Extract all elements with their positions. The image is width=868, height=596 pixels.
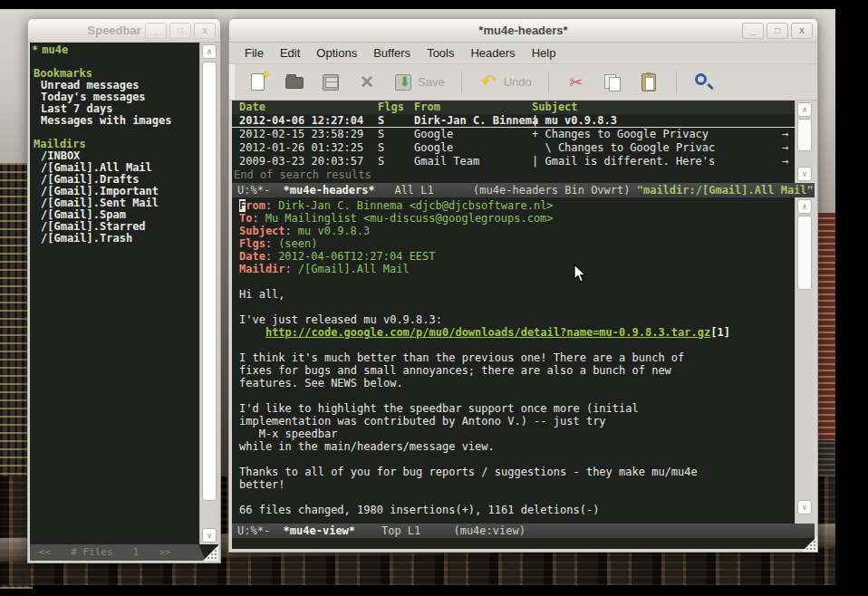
toolbar-separator [548, 72, 549, 93]
file-cabinet-icon [320, 72, 342, 93]
scroll-up-icon[interactable]: ∧ [797, 199, 812, 214]
headers-scrollbar-thumb[interactable] [797, 119, 812, 151]
speedbar-prev-button[interactable]: << [39, 544, 51, 561]
speedbar-files-label: # Files [71, 544, 112, 561]
message-row[interactable]: 2012-02-15 23:58:29 S Google + Changes t… [232, 128, 815, 141]
scroll-up-icon[interactable]: ∧ [202, 44, 217, 59]
undo-label: Undo [504, 75, 532, 89]
menu-tools[interactable]: Tools [419, 43, 462, 62]
tool-bar: ✦ ✕ ⬇Save ↶Undo ✂ [229, 64, 817, 101]
menu-bar: File Edit Options Buffers Tools Headers … [229, 43, 817, 64]
modeline-buffer-name: *mu4e-view* [284, 524, 355, 537]
column-date[interactable]: Date [239, 101, 378, 114]
download-link[interactable]: http://code.google.com/p/mu0/downloads/d… [265, 326, 710, 339]
column-flags[interactable]: Flgs [378, 101, 414, 114]
speedbar-resize-grip[interactable] [203, 545, 218, 561]
speedbar-files-count: 1 [133, 544, 140, 561]
mu4e-headers-pane: Date Flgs From Subject 2012-04-06 12:27:… [232, 101, 815, 183]
view-scrollbar[interactable]: ∧ ∨ [795, 197, 815, 524]
menu-headers[interactable]: Headers [462, 43, 523, 62]
truncation-arrow-icon [782, 114, 793, 127]
dired-button[interactable] [314, 69, 347, 96]
maximize-button[interactable]: □ [767, 23, 788, 39]
message-row-selected[interactable]: 2012-04-06 12:27:04 S Dirk-Jan C. Binnem… [232, 114, 815, 128]
field-flags: Flgs:(seen) [239, 237, 791, 250]
truncation-arrow-icon: → [782, 141, 793, 155]
speedbar-scrollbar-thumb[interactable] [202, 62, 217, 501]
truncation-arrow-icon: → [782, 128, 793, 141]
field-date: Date:2012-04-06T12:27:04 EEST [239, 250, 791, 263]
echo-area[interactable] [232, 538, 815, 549]
speedbar-scrollbar[interactable]: ∧ ∨ [199, 43, 218, 544]
close-x-icon: ✕ [356, 72, 378, 93]
speedbar-status-bar: << # Files 1 >> [30, 544, 206, 561]
emacs-titlebar[interactable]: *mu4e-headers* _ □ x [229, 19, 817, 43]
mu4e-view-modeline: U:%*- *mu4e-view* Top L1 (mu4e:view) [232, 524, 815, 538]
scroll-down-icon[interactable]: ∨ [202, 528, 217, 543]
open-file-button[interactable] [278, 69, 311, 96]
message-body: I think it's much better than the previo… [239, 351, 791, 524]
mu4e-headers-modeline: U:%*- *mu4e-headers* All L1 (mu4e-header… [232, 183, 815, 197]
headers-scrollbar[interactable]: ∧ ∨ [795, 101, 815, 183]
magnifier-icon [693, 72, 715, 93]
modeline-query: "maildir:/[Gmail].All Mail" [637, 184, 814, 197]
scroll-down-icon[interactable]: ∨ [797, 167, 812, 181]
copy-button[interactable] [596, 69, 629, 96]
menu-options[interactable]: Options [308, 43, 365, 62]
open-folder-icon [284, 72, 305, 93]
search-button[interactable] [688, 69, 720, 96]
scroll-up-icon[interactable]: ∧ [797, 102, 812, 117]
copy-pages-icon [602, 72, 623, 93]
message-link-line: http://code.google.com/p/mu0/downloads/d… [239, 326, 791, 339]
speedbar-root-mu4e[interactable]: *mu4e [30, 44, 198, 56]
new-file-icon: ✦ [247, 72, 269, 93]
mu4e-view-pane: From:Dirk-Jan C. Binnema <djcb@djcbsoftw… [232, 197, 815, 524]
close-button[interactable]: x [194, 23, 216, 39]
menu-file[interactable]: File [236, 43, 272, 62]
end-of-search-results: End of search results [232, 168, 815, 182]
save-disk-icon: ⬇ [392, 72, 414, 93]
menu-buffers[interactable]: Buffers [365, 43, 419, 62]
field-maildir: Maildir:/[Gmail].All Mail [239, 263, 791, 275]
emacs-frame: Date Flgs From Subject 2012-04-06 12:27:… [232, 101, 815, 549]
message-row[interactable]: 2012-01-26 01:32:25 S Google \ Changes t… [232, 141, 815, 155]
scissors-icon: ✂ [565, 72, 587, 93]
speedbar-body: *mu4e Bookmarks Unread messages Today's … [30, 43, 218, 561]
emacs-window: *mu4e-headers* _ □ x File Edit Options B… [228, 18, 818, 553]
speedbar-window: Speedbar 1.0 _ □ x *mu4e Bookmarks Unrea… [27, 18, 221, 563]
minimize-button[interactable]: _ [742, 23, 764, 39]
speedbar-item-messages-with-images[interactable]: Messages with images [30, 115, 198, 127]
close-buffer-button[interactable]: ✕ [351, 69, 383, 96]
cut-button[interactable]: ✂ [560, 69, 593, 96]
paste-button[interactable] [632, 69, 665, 96]
expand-indicator-icon: * [32, 43, 42, 56]
view-scrollbar-thumb[interactable] [797, 216, 812, 290]
speedbar-item-trash[interactable]: /[Gmail].Trash [30, 233, 198, 245]
speedbar-titlebar[interactable]: Speedbar 1.0 _ □ x [28, 19, 220, 43]
field-to: To:Mu Mailinglist <mu-discuss@googlegrou… [239, 212, 791, 225]
modeline-buffer-name: *mu4e-headers* [284, 184, 375, 197]
maximize-button[interactable]: □ [169, 23, 191, 39]
field-from: From:Dirk-Jan C. Binnema <djcb@djcbsoftw… [239, 199, 791, 212]
menu-edit[interactable]: Edit [272, 43, 308, 62]
speedbar-next-button[interactable]: >> [159, 544, 170, 561]
message-row[interactable]: 2009-03-23 20:03:57 S Gmail Team | Gmail… [232, 155, 815, 168]
column-subject[interactable]: Subject [532, 101, 793, 114]
undo-button[interactable]: ↶Undo [473, 69, 537, 96]
scroll-down-icon[interactable]: ∨ [797, 500, 812, 514]
truncation-arrow-icon: → [782, 155, 793, 168]
column-from[interactable]: From [414, 101, 532, 114]
emacs-window-title: *mu4e-headers* [478, 24, 567, 37]
mouse-pointer-icon [574, 264, 587, 284]
close-button[interactable]: x [791, 23, 813, 39]
save-button[interactable]: ⬇Save [387, 69, 450, 96]
minimize-button[interactable]: _ [145, 23, 167, 39]
save-label: Save [418, 75, 445, 89]
clipboard-icon [638, 72, 660, 93]
undo-arrow-icon: ↶ [478, 72, 500, 93]
menu-help[interactable]: Help [524, 43, 564, 62]
headers-column-row: Date Flgs From Subject [232, 101, 815, 114]
toolbar-separator [461, 72, 462, 93]
new-file-button[interactable]: ✦ [242, 69, 275, 96]
toolbar-separator [676, 72, 677, 93]
